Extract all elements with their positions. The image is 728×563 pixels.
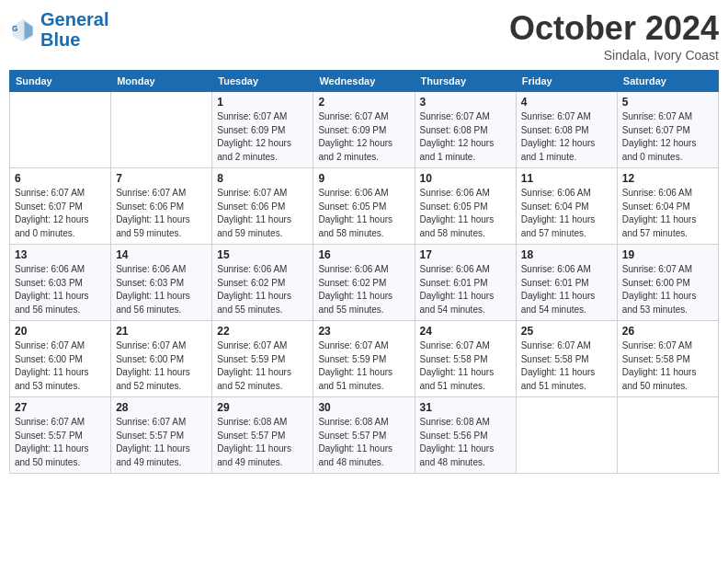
calendar-cell: 23Sunrise: 6:07 AM Sunset: 5:59 PM Dayli… [313, 321, 415, 397]
day-detail: Sunrise: 6:06 AM Sunset: 6:05 PM Dayligh… [318, 187, 409, 240]
day-number: 27 [15, 401, 106, 414]
day-number: 6 [15, 172, 106, 185]
calendar-cell: 4Sunrise: 6:07 AM Sunset: 6:08 PM Daylig… [516, 92, 617, 168]
calendar-cell: 12Sunrise: 6:06 AM Sunset: 6:04 PM Dayli… [617, 168, 718, 245]
weekday-header-friday: Friday [516, 71, 617, 92]
day-detail: Sunrise: 6:07 AM Sunset: 6:00 PM Dayligh… [116, 339, 207, 393]
calendar-cell: 29Sunrise: 6:08 AM Sunset: 5:57 PM Dayli… [212, 397, 313, 474]
day-detail: Sunrise: 6:08 AM Sunset: 5:56 PM Dayligh… [420, 416, 511, 469]
day-number: 25 [521, 325, 612, 338]
day-number: 22 [217, 325, 308, 338]
calendar-cell: 11Sunrise: 6:06 AM Sunset: 6:04 PM Dayli… [516, 168, 617, 245]
day-number: 10 [420, 172, 511, 185]
day-detail: Sunrise: 6:07 AM Sunset: 6:08 PM Dayligh… [521, 110, 612, 164]
day-number: 5 [622, 96, 713, 109]
day-number: 16 [318, 248, 409, 261]
day-detail: Sunrise: 6:06 AM Sunset: 6:05 PM Dayligh… [420, 187, 511, 240]
day-detail: Sunrise: 6:06 AM Sunset: 6:02 PM Dayligh… [318, 263, 409, 316]
calendar-cell: 28Sunrise: 6:07 AM Sunset: 5:57 PM Dayli… [111, 397, 212, 474]
day-detail: Sunrise: 6:06 AM Sunset: 6:04 PM Dayligh… [521, 187, 612, 240]
calendar-cell [111, 92, 212, 168]
day-detail: Sunrise: 6:07 AM Sunset: 5:58 PM Dayligh… [521, 339, 612, 393]
day-number: 17 [420, 248, 511, 261]
weekday-header-tuesday: Tuesday [212, 71, 313, 92]
day-number: 13 [15, 248, 106, 261]
day-detail: Sunrise: 6:06 AM Sunset: 6:02 PM Dayligh… [217, 263, 308, 316]
day-number: 8 [217, 172, 308, 185]
day-number: 20 [15, 325, 106, 338]
calendar-cell: 13Sunrise: 6:06 AM Sunset: 6:03 PM Dayli… [10, 245, 111, 321]
calendar-cell: 30Sunrise: 6:08 AM Sunset: 5:57 PM Dayli… [313, 397, 415, 474]
day-number: 2 [318, 96, 409, 109]
logo: G General Blue [9, 9, 108, 50]
calendar-cell: 17Sunrise: 6:06 AM Sunset: 6:01 PM Dayli… [415, 245, 516, 321]
day-number: 31 [420, 401, 511, 414]
day-number: 9 [318, 172, 409, 185]
day-detail: Sunrise: 6:08 AM Sunset: 5:57 PM Dayligh… [217, 416, 308, 469]
day-detail: Sunrise: 6:07 AM Sunset: 6:06 PM Dayligh… [116, 187, 207, 240]
week-row-3: 13Sunrise: 6:06 AM Sunset: 6:03 PM Dayli… [10, 245, 719, 321]
weekday-header-saturday: Saturday [617, 71, 718, 92]
calendar-cell: 6Sunrise: 6:07 AM Sunset: 6:07 PM Daylig… [10, 168, 111, 245]
calendar-cell: 24Sunrise: 6:07 AM Sunset: 5:58 PM Dayli… [415, 321, 516, 397]
day-number: 11 [521, 172, 612, 185]
day-number: 7 [116, 172, 207, 185]
calendar-cell: 26Sunrise: 6:07 AM Sunset: 5:58 PM Dayli… [617, 321, 718, 397]
calendar-cell: 14Sunrise: 6:06 AM Sunset: 6:03 PM Dayli… [111, 245, 212, 321]
logo-general: General [40, 9, 108, 29]
day-number: 28 [116, 401, 207, 414]
calendar-cell: 21Sunrise: 6:07 AM Sunset: 6:00 PM Dayli… [111, 321, 212, 397]
day-detail: Sunrise: 6:06 AM Sunset: 6:04 PM Dayligh… [622, 187, 713, 240]
weekday-header-monday: Monday [111, 71, 212, 92]
day-number: 3 [420, 96, 511, 109]
calendar-cell: 10Sunrise: 6:06 AM Sunset: 6:05 PM Dayli… [415, 168, 516, 245]
calendar-cell: 22Sunrise: 6:07 AM Sunset: 5:59 PM Dayli… [212, 321, 313, 397]
day-detail: Sunrise: 6:07 AM Sunset: 5:59 PM Dayligh… [318, 339, 409, 393]
day-detail: Sunrise: 6:07 AM Sunset: 5:57 PM Dayligh… [15, 416, 106, 469]
calendar-cell: 9Sunrise: 6:06 AM Sunset: 6:05 PM Daylig… [313, 168, 415, 245]
svg-text:G: G [12, 25, 17, 33]
calendar-cell: 1Sunrise: 6:07 AM Sunset: 6:09 PM Daylig… [212, 92, 313, 168]
title-block: October 2024 Sindala, Ivory Coast [509, 9, 719, 63]
calendar-cell: 8Sunrise: 6:07 AM Sunset: 6:06 PM Daylig… [212, 168, 313, 245]
day-detail: Sunrise: 6:07 AM Sunset: 5:57 PM Dayligh… [116, 416, 207, 469]
calendar-cell: 20Sunrise: 6:07 AM Sunset: 6:00 PM Dayli… [10, 321, 111, 397]
day-number: 14 [116, 248, 207, 261]
day-number: 18 [521, 248, 612, 261]
weekday-header-thursday: Thursday [415, 71, 516, 92]
day-detail: Sunrise: 6:07 AM Sunset: 6:09 PM Dayligh… [318, 110, 409, 164]
day-number: 1 [217, 96, 308, 109]
calendar-cell: 27Sunrise: 6:07 AM Sunset: 5:57 PM Dayli… [10, 397, 111, 474]
weekday-header-sunday: Sunday [10, 71, 111, 92]
calendar-cell: 31Sunrise: 6:08 AM Sunset: 5:56 PM Dayli… [415, 397, 516, 474]
day-detail: Sunrise: 6:06 AM Sunset: 6:01 PM Dayligh… [420, 263, 511, 316]
calendar-table: SundayMondayTuesdayWednesdayThursdayFrid… [9, 70, 719, 474]
day-detail: Sunrise: 6:06 AM Sunset: 6:03 PM Dayligh… [15, 263, 106, 316]
calendar-cell [516, 397, 617, 474]
day-number: 12 [622, 172, 713, 185]
weekday-header-row: SundayMondayTuesdayWednesdayThursdayFrid… [10, 71, 719, 92]
day-detail: Sunrise: 6:07 AM Sunset: 6:06 PM Dayligh… [217, 187, 308, 240]
day-number: 21 [116, 325, 207, 338]
calendar-cell: 7Sunrise: 6:07 AM Sunset: 6:06 PM Daylig… [111, 168, 212, 245]
day-number: 15 [217, 248, 308, 261]
day-detail: Sunrise: 6:08 AM Sunset: 5:57 PM Dayligh… [318, 416, 409, 469]
day-detail: Sunrise: 6:07 AM Sunset: 6:07 PM Dayligh… [15, 187, 106, 240]
month-title: October 2024 [509, 9, 719, 48]
week-row-4: 20Sunrise: 6:07 AM Sunset: 6:00 PM Dayli… [10, 321, 719, 397]
day-number: 19 [622, 248, 713, 261]
day-detail: Sunrise: 6:07 AM Sunset: 5:58 PM Dayligh… [420, 339, 511, 393]
week-row-1: 1Sunrise: 6:07 AM Sunset: 6:09 PM Daylig… [10, 92, 719, 168]
location-subtitle: Sindala, Ivory Coast [509, 48, 719, 63]
day-detail: Sunrise: 6:06 AM Sunset: 6:03 PM Dayligh… [116, 263, 207, 316]
calendar-cell: 3Sunrise: 6:07 AM Sunset: 6:08 PM Daylig… [415, 92, 516, 168]
day-detail: Sunrise: 6:07 AM Sunset: 6:00 PM Dayligh… [15, 339, 106, 393]
calendar-cell: 5Sunrise: 6:07 AM Sunset: 6:07 PM Daylig… [617, 92, 718, 168]
logo-icon: G [9, 16, 37, 43]
day-number: 4 [521, 96, 612, 109]
day-detail: Sunrise: 6:07 AM Sunset: 6:09 PM Dayligh… [217, 110, 308, 164]
day-detail: Sunrise: 6:07 AM Sunset: 5:58 PM Dayligh… [622, 339, 713, 393]
page-header: G General Blue October 2024 Sindala, Ivo… [9, 9, 719, 63]
day-detail: Sunrise: 6:07 AM Sunset: 6:08 PM Dayligh… [420, 110, 511, 164]
day-number: 24 [420, 325, 511, 338]
